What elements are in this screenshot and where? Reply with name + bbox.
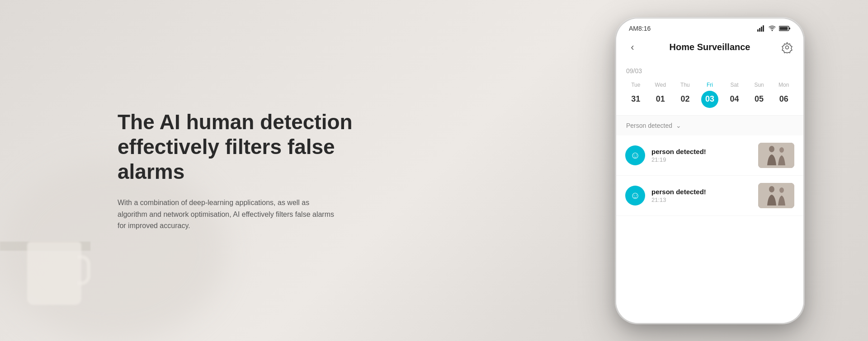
svg-rect-10: [758, 143, 794, 168]
person-detected-icon-1: ☺: [630, 149, 640, 161]
cal-day-name-1: Wed: [655, 82, 666, 88]
event-list: ☺ person detected! 21:19: [616, 135, 803, 216]
settings-button[interactable]: [780, 40, 794, 55]
cal-day-tue[interactable]: Tue 31: [627, 82, 644, 108]
wifi-icon: [768, 25, 776, 32]
event-thumbnail-1[interactable]: [758, 143, 794, 168]
svg-point-15: [779, 187, 784, 193]
svg-marker-8: [782, 42, 792, 53]
svg-rect-7: [780, 27, 788, 30]
nav-title: Home Surveillance: [670, 42, 750, 52]
cal-day-name-5: Sun: [754, 82, 764, 88]
svg-rect-0: [757, 29, 759, 32]
thumb-image-1: [758, 143, 794, 168]
status-bar: AM8:16: [616, 19, 803, 36]
event-title-1: person detected!: [651, 148, 752, 155]
phone-inner: AM8:16: [616, 19, 803, 323]
event-item-2[interactable]: ☺ person detected! 21:13: [616, 176, 803, 216]
decorative-mug: [27, 242, 81, 305]
back-button[interactable]: ‹: [625, 40, 640, 55]
svg-rect-2: [761, 27, 762, 32]
thumb-image-2: [758, 183, 794, 208]
cal-day-sat[interactable]: Sat 04: [726, 82, 743, 108]
cal-day-fri[interactable]: Fri 03: [701, 82, 718, 108]
event-time-2: 21:13: [651, 196, 752, 203]
calendar-strip[interactable]: Tue 31 Wed 01 Thu 02 Fri 03: [616, 78, 803, 115]
status-time: AM8:16: [629, 25, 651, 32]
date-label: 09/03: [616, 61, 803, 78]
svg-rect-3: [763, 25, 764, 32]
left-content-area: The AI human detection effectively filte…: [118, 109, 380, 231]
cal-day-num-6: 06: [775, 91, 793, 108]
event-info-2: person detected! 21:13: [651, 188, 752, 203]
nav-header: ‹ Home Surveillance: [616, 36, 803, 61]
event-info-1: person detected! 21:19: [651, 148, 752, 163]
signal-icon: [757, 25, 765, 32]
event-icon-2: ☺: [625, 186, 645, 206]
sub-text: With a combination of deep-learning appl…: [118, 197, 335, 232]
event-title-2: person detected!: [651, 188, 752, 196]
cal-day-num-4: 04: [726, 91, 743, 108]
svg-point-9: [786, 46, 789, 49]
svg-point-4: [772, 30, 773, 31]
cal-day-num-1: 01: [652, 91, 669, 108]
event-icon-1: ☺: [625, 145, 645, 165]
cal-day-name-4: Sat: [731, 82, 739, 88]
filter-arrow-icon[interactable]: ⌄: [676, 122, 681, 129]
event-item-1[interactable]: ☺ person detected! 21:19: [616, 135, 803, 176]
status-icons: [757, 25, 791, 32]
phone-screen-content: 09/03 Tue 31 Wed 01 Thu 02: [616, 61, 803, 323]
cal-day-num-2: 02: [676, 91, 693, 108]
cal-day-sun[interactable]: Sun 05: [750, 82, 768, 108]
svg-rect-13: [758, 183, 794, 208]
main-heading: The AI human detection effectively filte…: [118, 109, 380, 184]
event-time-1: 21:19: [651, 156, 752, 163]
battery-icon: [779, 25, 791, 32]
cal-day-name-3: Fri: [707, 82, 713, 88]
cal-day-mon[interactable]: Mon 06: [775, 82, 793, 108]
phone-mockup: AM8:16: [615, 17, 805, 324]
svg-point-11: [769, 146, 774, 152]
filter-section[interactable]: Person detected ⌄: [616, 115, 803, 135]
cal-day-num-0: 31: [627, 91, 644, 108]
cal-day-name-2: Thu: [680, 82, 690, 88]
cal-day-num-3: 03: [701, 91, 718, 108]
person-detected-icon-2: ☺: [630, 190, 640, 201]
svg-point-14: [769, 186, 774, 192]
cal-day-name-0: Tue: [631, 82, 640, 88]
event-thumbnail-2[interactable]: [758, 183, 794, 208]
svg-point-12: [779, 147, 784, 153]
phone-outer: AM8:16: [615, 17, 805, 324]
cal-day-name-6: Mon: [778, 82, 789, 88]
filter-label[interactable]: Person detected: [626, 122, 672, 129]
cal-day-num-5: 05: [750, 91, 768, 108]
cal-day-wed[interactable]: Wed 01: [652, 82, 669, 108]
svg-rect-1: [759, 28, 760, 32]
cal-day-thu[interactable]: Thu 02: [676, 82, 693, 108]
svg-rect-6: [789, 28, 790, 29]
